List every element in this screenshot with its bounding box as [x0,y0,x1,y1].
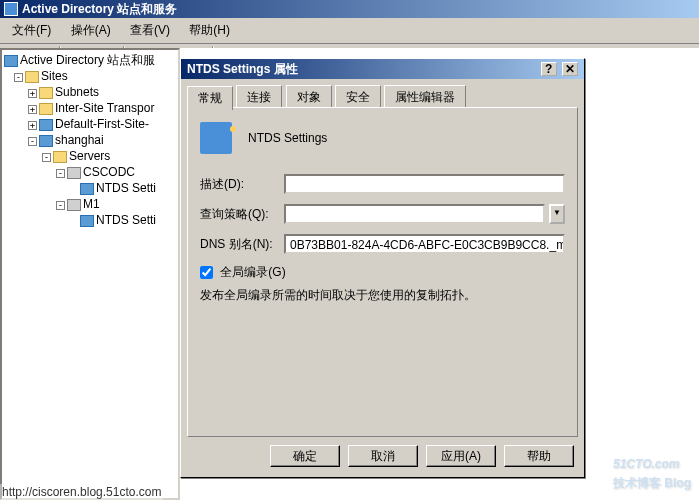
row-global-catalog: 全局编录(G) [200,264,565,281]
apply-button[interactable]: 应用(A) [426,445,496,467]
tab-general[interactable]: 常规 [187,86,233,110]
help-button-icon[interactable]: ? [541,62,557,76]
tab-security[interactable]: 安全 [335,85,381,109]
menu-file[interactable]: 文件(F) [4,20,59,41]
menu-view[interactable]: 查看(V) [122,20,178,41]
collapse-icon[interactable]: - [56,201,65,210]
row-query-policy: 查询策略(Q): ▼ [200,204,565,224]
description-input[interactable] [284,174,565,194]
tree-servers[interactable]: -Servers [4,148,176,164]
ntds-icon [80,183,94,195]
chevron-down-icon[interactable]: ▼ [549,204,565,224]
tree-shanghai[interactable]: -shanghai [4,132,176,148]
expand-icon[interactable]: + [28,105,37,114]
panel-header: NTDS Settings [200,122,565,154]
folder-icon [39,103,53,115]
tab-panel-general: NTDS Settings 描述(D): 查询策略(Q): ▼ DNS 别名(N… [187,107,578,437]
tab-strip: 常规 连接 对象 安全 属性编辑器 [187,85,578,107]
expand-icon[interactable]: + [28,121,37,130]
window-title: Active Directory 站点和服务 [22,1,177,18]
menu-help[interactable]: 帮助(H) [181,20,238,41]
tree-cscodc[interactable]: -CSCODC [4,164,176,180]
tree-ntds2[interactable]: NTDS Setti [4,212,176,228]
ntds-icon [80,215,94,227]
row-dns-alias: DNS 别名(N): 0B73BB01-824A-4CD6-ABFC-E0C3C… [200,234,565,254]
dialog-title: NTDS Settings 属性 [187,61,298,78]
watermark: 51CTO.com 技术博客 Blog [613,443,691,492]
tab-object[interactable]: 对象 [286,85,332,109]
tab-connections[interactable]: 连接 [236,85,282,109]
panel-header-label: NTDS Settings [248,131,327,145]
global-catalog-label: 全局编录(G) [220,265,285,279]
site-icon [39,119,53,131]
properties-dialog: NTDS Settings 属性 ? ✕ 常规 连接 对象 安全 属性编辑器 N… [180,58,585,478]
footer-url: http://ciscoren.blog.51cto.com [0,484,163,500]
global-catalog-checkbox[interactable] [200,266,213,279]
main-titlebar: Active Directory 站点和服务 [0,0,699,18]
tree-ntds1[interactable]: NTDS Setti [4,180,176,196]
description-label: 描述(D): [200,176,280,193]
help-button[interactable]: 帮助 [504,445,574,467]
menubar: 文件(F) 操作(A) 查看(V) 帮助(H) [0,18,699,44]
menu-action[interactable]: 操作(A) [63,20,119,41]
gc-note: 发布全局编录所需的时间取决于您使用的复制拓扑。 [200,287,565,304]
tree-defaultsite[interactable]: +Default-First-Site- [4,116,176,132]
expand-icon[interactable]: + [28,89,37,98]
tree-panel: Active Directory 站点和服 -Sites +Subnets +I… [0,48,180,500]
collapse-icon[interactable]: - [56,169,65,178]
server-icon [67,199,81,211]
tree-root[interactable]: Active Directory 站点和服 [4,52,176,68]
folder-icon [39,87,53,99]
tree-m1[interactable]: -M1 [4,196,176,212]
ntds-settings-icon [200,122,232,154]
tree-subnets[interactable]: +Subnets [4,84,176,100]
collapse-icon[interactable]: - [14,73,23,82]
tree-sites[interactable]: -Sites [4,68,176,84]
tab-attributeeditor[interactable]: 属性编辑器 [384,85,466,109]
server-icon [67,167,81,179]
tree-intersite[interactable]: +Inter-Site Transpor [4,100,176,116]
dns-alias-value[interactable]: 0B73BB01-824A-4CD6-ABFC-E0C3CB9B9CC8._ms… [284,234,565,254]
query-policy-select[interactable] [284,204,545,224]
app-icon [4,2,18,16]
cancel-button[interactable]: 取消 [348,445,418,467]
close-icon[interactable]: ✕ [562,62,578,76]
collapse-icon[interactable]: - [28,137,37,146]
site-icon [39,135,53,147]
dialog-titlebar[interactable]: NTDS Settings 属性 ? ✕ [181,59,584,79]
dialog-buttons: 确定 取消 应用(A) 帮助 [270,445,574,467]
dialog-body: 常规 连接 对象 安全 属性编辑器 NTDS Settings 描述(D): 查… [181,79,584,443]
folder-icon [25,71,39,83]
adsite-icon [4,55,18,67]
ok-button[interactable]: 确定 [270,445,340,467]
query-policy-label: 查询策略(Q): [200,206,280,223]
folder-icon [53,151,67,163]
row-description: 描述(D): [200,174,565,194]
dns-alias-label: DNS 别名(N): [200,236,280,253]
collapse-icon[interactable]: - [42,153,51,162]
